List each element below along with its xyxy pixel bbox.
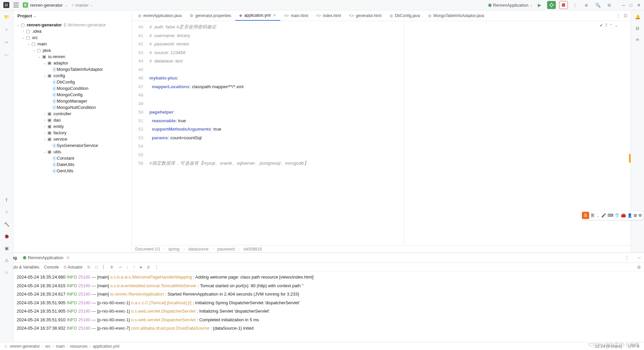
database-tool-icon[interactable]: ⊟ [635,25,641,31]
stop-icon[interactable]: □ [95,265,98,270]
tree-item[interactable]: ⌄▣service [13,136,132,142]
run-button[interactable]: ▶ [536,1,544,9]
inspection-badge[interactable]: ✔7 ⌃⌄ [600,23,618,28]
tree-item[interactable]: ›▣dao [13,117,132,123]
search-icon[interactable]: 🔍 [594,1,602,9]
tree-item[interactable]: ›▢.idea [13,28,132,34]
tree-item[interactable]: ›▣entity [13,123,132,130]
step-into-icon[interactable]: ↓ [126,265,128,270]
editor-body[interactable]: ✔7 ⌃⌄ 4041424344454647484950515253545556… [132,21,631,245]
project-tool-icon[interactable]: 📁 [4,14,10,20]
editor-tab[interactable]: ◎DbConfig.java [385,10,424,21]
tree-item[interactable]: CMongoManager [13,98,132,104]
code-with-me-icon[interactable]: ⊕ [583,1,591,9]
debug-minimize-icon[interactable]: ─ [638,255,641,260]
ime-mic-icon[interactable]: 🎤 [601,213,606,218]
tree-item[interactable]: CConstant [13,155,132,161]
editor-tab[interactable]: ⚙generator.properties [186,10,235,21]
vcs-branch[interactable]: ⑂ master ⌄ [71,3,93,8]
ime-toolbar[interactable]: S 英 ， 🎤 ⌨ 👕 🧰 👤 ⊞ ⚙ [581,211,643,220]
tree-item[interactable]: ⌄▣io.renren [13,53,132,60]
console-tab[interactable]: Console [44,265,59,270]
resume-icon[interactable]: ⏸ [110,265,114,270]
terminal-icon[interactable]: ▣ [4,245,10,251]
tree-item[interactable]: CMongoTableInfoAdaptor [13,66,132,72]
svg-point-0 [550,4,553,6]
git-icon[interactable]: ⑂ [4,209,10,215]
debug-button[interactable] [547,1,556,9]
step-out-icon[interactable]: ↑ [133,265,135,270]
maven-tool-icon[interactable]: m [635,36,641,42]
step-over-icon[interactable]: ⤻ [118,265,122,270]
actuator-tab[interactable]: ⊙ Actuator [63,265,83,270]
more-icon[interactable]: ⋮ [571,1,579,9]
debug-more-icon[interactable]: ⋮ [625,255,629,260]
console-output[interactable]: 2024-05-24 16:35:24.680 INFO 25180 --- [… [13,272,644,342]
chevron-down-icon[interactable]: ⌄ [33,14,36,18]
text-icon[interactable]: T [4,197,10,203]
tab-expand-icon[interactable]: ⊡ [624,13,627,18]
rerun-icon[interactable]: ↻ [87,265,91,270]
tree-item[interactable]: ⌄▢java [13,47,132,53]
tree-item[interactable]: ›▣factory [13,130,132,136]
minimize-button[interactable]: ─ [622,3,625,8]
layout-icon[interactable]: ⊞ [637,265,641,270]
project-selector[interactable]: R renren-generator ⌄ [23,2,67,8]
notifications-icon[interactable]: 🔔 [635,14,641,20]
view-breakpoints-icon[interactable]: ● [140,265,142,270]
status-project-icon[interactable]: □ [5,344,7,349]
ime-skin-icon[interactable]: 👕 [615,213,620,218]
build-icon[interactable]: 🔨 [4,221,10,227]
mute-breakpoints-icon[interactable]: ⊘ [147,265,150,270]
tree-item[interactable]: ⌄▣config [13,72,132,79]
tree-item[interactable]: ⌄▢renren-generatorE:\lk\renren-generator [13,22,132,28]
debug-panel: Debug ⬣ RenrenApplication ✕ ⋮ ─ Threads … [0,252,644,342]
debug-run-tab[interactable]: ⬣ RenrenApplication ✕ [23,255,69,260]
tree-item[interactable]: CDateUtils [13,161,132,168]
tab-more-icon[interactable]: ⋮ [616,13,620,18]
tree-item[interactable]: CMongoNullCondition [13,104,132,111]
maximize-button[interactable]: □ [630,3,632,8]
ime-grid-icon[interactable]: ⊞ [634,213,637,218]
tree-item[interactable]: CGenUtils [13,168,132,174]
editor-tab[interactable]: ◎MongoTableInfoAdaptor.java [424,10,488,21]
ime-user-icon[interactable]: 👤 [627,213,632,218]
more-icon[interactable]: ⋮ [155,265,159,270]
editor-tab[interactable]: ◆application.yml✕ [235,10,280,21]
stop-button[interactable] [559,1,568,9]
hamburger-icon[interactable] [13,3,19,7]
tree-item[interactable]: CSysGeneratorService [13,142,132,149]
tree-item[interactable]: ⌄▣adaptor [13,60,132,66]
ime-settings-icon[interactable]: ⚙ [638,213,642,218]
ime-lang[interactable]: 英 [591,213,595,218]
ime-tool-icon[interactable]: 🧰 [621,213,626,218]
status-bar: □ renren-generator›src›main›resources›ap… [0,342,644,350]
tree-item[interactable]: ⌄▣utils [13,149,132,155]
settings-icon[interactable]: ⚙ [605,1,613,9]
tree-item[interactable]: ⌄▢src [13,34,132,41]
tree-item[interactable]: ⌄▢main [13,41,132,47]
close-icon[interactable]: ✕ [66,255,70,260]
editor-tab[interactable]: ◎enrenApplication.java [134,10,186,21]
tree-item[interactable]: CDbConfig [13,79,132,85]
problems-icon[interactable]: ⚠ [4,257,10,263]
tree-item[interactable]: CMongoCondition [13,85,132,92]
editor-tab[interactable]: <>index.html [312,10,345,21]
tree-item[interactable]: CMongoConfig [13,92,132,98]
run-config-selector[interactable]: ⬣ RenrenApplication ⌄ [488,3,532,8]
titlebar: IJ R renren-generator ⌄ ⑂ master ⌄ ⬣ Ren… [0,0,644,10]
commit-tool-icon[interactable]: ○ [4,26,10,32]
debug-tool-icon[interactable]: 🐞 [4,233,10,239]
more-tools-icon[interactable]: ⋯ [4,52,10,58]
close-button[interactable]: ✕ [637,3,641,8]
status-breadcrumbs[interactable]: renren-generator›src›main›resources›appl… [10,344,119,349]
ime-punct-icon[interactable]: ， [596,213,600,218]
structure-tool-icon[interactable]: ▫▫ [4,39,10,45]
vcs-tool-icon[interactable]: ⑃ [4,269,10,275]
editor-tab[interactable]: <>generator.html [345,10,385,21]
tree-item[interactable]: ›▣controller [13,111,132,117]
ime-kbd-icon[interactable]: ⌨ [608,213,613,218]
editor-breadcrumbs[interactable]: Document 1/1›spring:›datasource:›passwor… [132,245,631,252]
code-content[interactable]: # auth: false #是否使用密码验证# username: tince… [147,21,631,245]
editor-tab[interactable]: <>main.html [280,10,312,21]
